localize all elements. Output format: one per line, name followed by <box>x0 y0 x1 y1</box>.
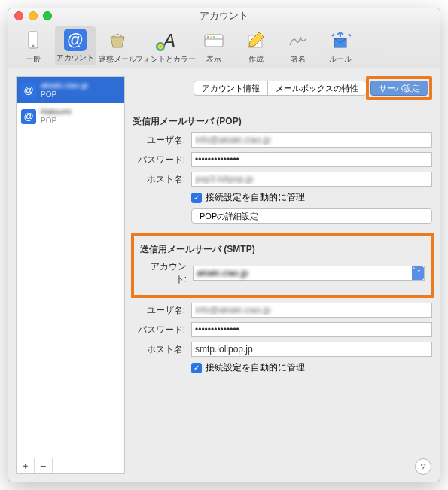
fonts-icon: A <box>154 29 178 53</box>
smtp-pass-input[interactable] <box>191 322 432 337</box>
tab-mailbox[interactable]: メールボックスの特性 <box>267 81 366 96</box>
pop-host-input[interactable] <box>191 172 432 187</box>
smtp-acct-label: アカウント: <box>140 260 193 286</box>
pop-host-label: ホスト名: <box>133 173 191 186</box>
toolbar-accounts-label: アカウント <box>56 53 94 63</box>
titlebar: アカウント <box>8 8 440 23</box>
checkbox-icon: ✓ <box>191 193 202 203</box>
highlight-annotation: サーバ設定 <box>366 76 432 100</box>
toolbar-fonts[interactable]: A フォントとカラー <box>139 26 192 67</box>
smtp-account-select[interactable]: akiaki.ciao.jp <box>193 266 425 281</box>
at-icon: @ <box>21 83 36 98</box>
toolbar: 一般 @ アカウント 迷惑メール A フォントとカラー 表示 <box>8 23 440 68</box>
remove-account-button[interactable]: − <box>35 458 53 473</box>
tab-account-info[interactable]: アカウント情報 <box>194 81 267 96</box>
smtp-pass-label: パスワード: <box>133 324 191 336</box>
account-name: akiaki.ciao.jp <box>41 81 88 90</box>
compose-icon <box>244 29 268 53</box>
toolbar-signature-label: 署名 <box>291 54 306 65</box>
at-icon: @ <box>21 109 36 124</box>
toolbar-fonts-label: フォントとカラー <box>136 54 196 65</box>
account-list[interactable]: @ akiaki.ciao.jp POP @ Hatsumi POP <box>16 76 125 458</box>
pop-user-label: ユーザ名: <box>133 134 191 147</box>
help-button[interactable]: ? <box>415 458 431 475</box>
account-item[interactable]: @ akiaki.ciao.jp POP <box>17 77 124 103</box>
account-type: POP <box>41 117 71 126</box>
smtp-host-label: ホスト名: <box>133 343 191 356</box>
smtp-account-value: akiaki.ciao.jp <box>197 268 248 278</box>
svg-point-6 <box>207 36 209 38</box>
toolbar-general-label: 一般 <box>26 54 41 65</box>
at-icon: @ <box>64 29 87 51</box>
smtp-auto-label: 接続設定を自動的に管理 <box>206 361 305 374</box>
smtp-host-input[interactable] <box>191 342 432 357</box>
svg-point-8 <box>213 36 215 38</box>
toolbar-rules-label: ルール <box>329 54 352 65</box>
general-icon <box>21 29 45 53</box>
toolbar-general[interactable]: 一般 <box>13 26 53 67</box>
toolbar-accounts[interactable]: @ アカウント <box>55 26 96 65</box>
tab-server-settings[interactable]: サーバ設定 <box>370 81 428 96</box>
sidebar-controls: ＋ − <box>16 458 125 474</box>
toolbar-junk-label: 迷惑メール <box>99 54 136 65</box>
account-name: Hatsumi <box>41 107 71 117</box>
pop-section-title: 受信用メールサーバ (POP) <box>133 115 432 128</box>
settings-panel: アカウント情報 メールボックスの特性 サーバ設定 受信用メールサーバ (POP)… <box>133 76 432 474</box>
account-sidebar: @ akiaki.ciao.jp POP @ Hatsumi POP ＋ − <box>16 76 125 474</box>
toolbar-compose[interactable]: 作成 <box>236 26 276 67</box>
account-item[interactable]: @ Hatsumi POP <box>17 103 124 129</box>
smtp-section-title: 送信用メールサーバ (SMTP) <box>140 243 425 256</box>
toolbar-compose-label: 作成 <box>248 54 264 65</box>
highlight-annotation: 送信用メールサーバ (SMTP) アカウント: akiaki.ciao.jp <box>131 233 434 298</box>
pop-detail-button[interactable]: POPの詳細設定 <box>191 208 432 224</box>
pop-auto-check[interactable]: ✓ 接続設定を自動的に管理 <box>191 191 432 204</box>
window-title: アカウント <box>8 9 440 23</box>
checkbox-icon: ✓ <box>191 363 202 373</box>
content-area: @ akiaki.ciao.jp POP @ Hatsumi POP ＋ − <box>8 68 440 482</box>
preferences-window: アカウント 一般 @ アカウント 迷惑メール A フォントとカラー <box>8 8 440 482</box>
signature-icon <box>286 29 310 53</box>
smtp-auto-check[interactable]: ✓ 接続設定を自動的に管理 <box>191 361 432 374</box>
pop-user-input[interactable] <box>191 132 432 148</box>
smtp-user-input[interactable] <box>191 303 432 318</box>
svg-point-3 <box>156 42 165 51</box>
segmented-tabs: アカウント情報 メールボックスの特性 サーバ設定 <box>133 76 432 100</box>
toolbar-signature[interactable]: 署名 <box>278 26 318 67</box>
add-account-button[interactable]: ＋ <box>17 458 35 473</box>
pop-pass-input[interactable] <box>191 152 432 167</box>
view-icon <box>202 29 226 53</box>
toolbar-junk[interactable]: 迷惑メール <box>97 26 138 67</box>
toolbar-rules[interactable]: ルール <box>320 26 361 67</box>
account-type: POP <box>41 90 88 99</box>
smtp-user-label: ユーザ名: <box>133 304 191 317</box>
svg-point-1 <box>32 45 35 47</box>
pop-auto-label: 接続設定を自動的に管理 <box>206 191 305 204</box>
toolbar-view-label: 表示 <box>206 54 221 65</box>
junk-icon <box>105 29 130 53</box>
rules-icon <box>328 29 352 53</box>
pop-pass-label: パスワード: <box>133 154 191 166</box>
toolbar-view[interactable]: 表示 <box>194 26 234 67</box>
svg-point-7 <box>210 36 212 38</box>
